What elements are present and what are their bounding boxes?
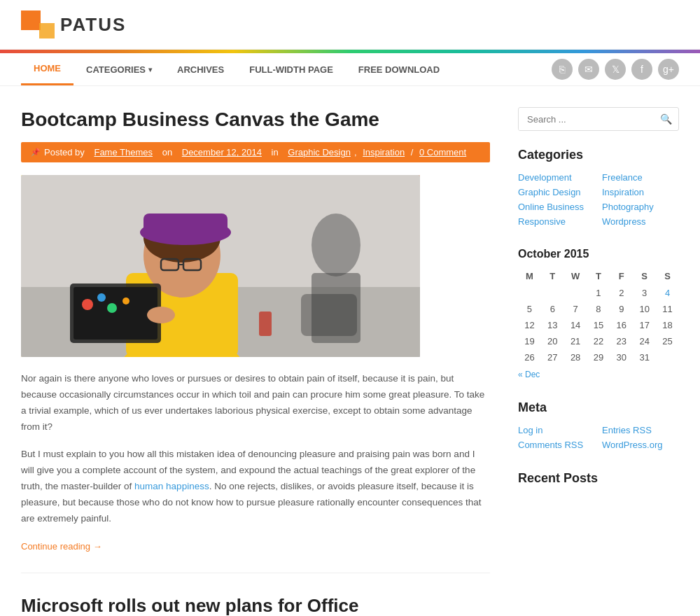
post-body-1: Nor again is there anyone who loves or p… [21, 371, 490, 435]
meta-title: Meta [518, 400, 679, 415]
cal-day-t1: T [541, 267, 564, 285]
cat-photography[interactable]: Photography [602, 202, 679, 212]
post-featured-image [21, 175, 420, 357]
cat-graphic-design[interactable]: Graphic Design [518, 187, 595, 197]
cat-freelance[interactable]: Freelance [602, 172, 679, 183]
logo[interactable]: PATUS [21, 10, 126, 38]
cat-inspiration[interactable]: Inspiration [602, 187, 679, 197]
nav-links: HOME CATEGORIES ▾ ARCHIVES FULL-WIDTH PA… [21, 53, 452, 85]
nav-freedownload[interactable]: FREE DOWNLOAD [346, 55, 452, 85]
post-title-2: Microsoft rolls out new plans for Office [21, 594, 490, 616]
main-content: Bootcamp Business Canvas the Game 📌 Post… [21, 107, 490, 616]
categories-grid: Development Freelance Graphic Design Ins… [518, 172, 679, 227]
cal-prev-link[interactable]: « Dec [518, 370, 540, 379]
post-cat1-link[interactable]: Graphic Design [288, 147, 351, 158]
search-input[interactable] [519, 108, 653, 130]
site-header: PATUS [0, 0, 700, 53]
post-cat2-link[interactable]: Inspiration [363, 147, 405, 158]
table-row: 12 13 14 15 16 17 18 [518, 317, 679, 333]
nav-fullwidth[interactable]: FULL-WIDTH PAGE [237, 55, 346, 85]
recent-posts-section: Recent Posts [518, 471, 679, 486]
nav-archives[interactable]: ARCHIVES [164, 55, 237, 85]
svg-point-16 [122, 298, 130, 304]
cal-day-f: F [610, 267, 633, 285]
meta-grid: Log in Entries RSS Comments RSS WordPres… [518, 425, 679, 450]
svg-rect-20 [301, 294, 357, 336]
cal-link-4[interactable]: 4 [656, 285, 679, 301]
cal-day-m: M [518, 267, 541, 285]
meta-section: Meta Log in Entries RSS Comments RSS Wor… [518, 400, 679, 450]
post-divider [21, 573, 490, 573]
search-button[interactable]: 🔍 [653, 108, 679, 130]
email-icon[interactable]: ✉ [578, 59, 599, 80]
post-date-link[interactable]: December 12, 2014 [182, 147, 262, 158]
googleplus-icon[interactable]: g+ [658, 59, 679, 80]
logo-text: PATUS [60, 14, 126, 36]
svg-rect-7 [144, 214, 227, 238]
nav-categories[interactable]: CATEGORIES ▾ [74, 55, 164, 85]
meta-entries-rss[interactable]: Entries RSS [602, 425, 679, 435]
cal-day-w: W [564, 267, 587, 285]
twitter-icon[interactable]: 𝕏 [605, 59, 626, 80]
navbar: HOME CATEGORIES ▾ ARCHIVES FULL-WIDTH PA… [0, 53, 700, 86]
post-meta: 📌 Posted by Fame Themes on December 12, … [21, 142, 490, 162]
table-row: 1 2 3 4 [518, 285, 679, 301]
table-row: 19 20 21 22 23 24 25 [518, 333, 679, 349]
nav-home[interactable]: HOME [21, 53, 74, 85]
cat-online-business[interactable]: Online Business [518, 202, 595, 212]
categories-title: Categories [518, 148, 679, 162]
continue-reading-link[interactable]: Continue reading → [21, 541, 102, 552]
cat-responsive[interactable]: Responsive [518, 216, 595, 227]
post-title: Bootcamp Business Canvas the Game [21, 107, 490, 132]
logo-icon [21, 10, 55, 38]
post-2: Microsoft rolls out new plans for Office [21, 594, 490, 616]
svg-point-13 [82, 299, 93, 310]
svg-point-18 [312, 214, 360, 276]
svg-rect-21 [259, 312, 272, 336]
svg-point-17 [147, 307, 175, 323]
cal-day-t2: T [587, 267, 610, 285]
sidebar: 🔍 Categories Development Freelance Graph… [518, 107, 679, 616]
meta-login[interactable]: Log in [518, 425, 595, 435]
search-box: 🔍 [518, 107, 679, 131]
calendar-nav: « Dec [518, 365, 679, 379]
nav-icons: ⎘ ✉ 𝕏 f g+ [552, 59, 679, 80]
table-row: 26 27 28 29 30 31 [518, 349, 679, 365]
chevron-down-icon: ▾ [148, 66, 152, 74]
rss-icon[interactable]: ⎘ [552, 59, 573, 80]
svg-rect-12 [74, 287, 158, 340]
svg-point-14 [97, 293, 106, 302]
meta-comments-rss[interactable]: Comments RSS [518, 440, 595, 450]
recent-posts-title: Recent Posts [518, 471, 679, 486]
pin-icon: 📌 [31, 148, 41, 157]
svg-point-15 [107, 303, 117, 313]
cal-day-s1: S [633, 267, 656, 285]
post-body-2: But I must explain to you how all this m… [21, 447, 490, 527]
facebook-icon[interactable]: f [631, 59, 652, 80]
table-row: 5 6 7 8 9 10 11 [518, 301, 679, 317]
calendar-table: M T W T F S S 1 2 [518, 267, 679, 365]
cat-wordpress[interactable]: Wordpress [602, 216, 679, 227]
post-comment-link[interactable]: 0 Comment [419, 147, 466, 158]
human-happiness-link[interactable]: human happiness [134, 481, 209, 491]
meta-wordpress-org[interactable]: WordPress.org [602, 440, 679, 450]
main-layout: Bootcamp Business Canvas the Game 📌 Post… [7, 86, 693, 616]
post-1: Bootcamp Business Canvas the Game 📌 Post… [21, 107, 490, 552]
calendar-section: October 2015 M T W T F S S [518, 248, 679, 379]
calendar-title: October 2015 [518, 248, 679, 260]
cat-development[interactable]: Development [518, 172, 595, 183]
categories-section: Categories Development Freelance Graphic… [518, 148, 679, 227]
cal-day-s2: S [656, 267, 679, 285]
post-author-link[interactable]: Fame Themes [94, 147, 153, 158]
